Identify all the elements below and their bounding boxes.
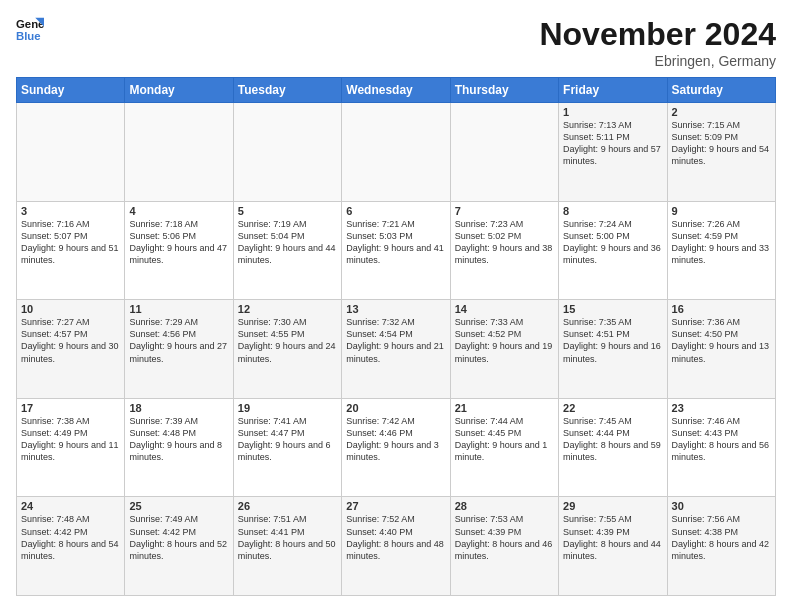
day-number: 24 <box>21 500 120 512</box>
table-row: 26Sunrise: 7:51 AM Sunset: 4:41 PM Dayli… <box>233 497 341 596</box>
day-number: 29 <box>563 500 662 512</box>
table-row: 6Sunrise: 7:21 AM Sunset: 5:03 PM Daylig… <box>342 201 450 300</box>
day-number: 8 <box>563 205 662 217</box>
table-row: 5Sunrise: 7:19 AM Sunset: 5:04 PM Daylig… <box>233 201 341 300</box>
day-info: Sunrise: 7:56 AM Sunset: 4:38 PM Dayligh… <box>672 513 771 562</box>
day-info: Sunrise: 7:53 AM Sunset: 4:39 PM Dayligh… <box>455 513 554 562</box>
day-number: 27 <box>346 500 445 512</box>
day-info: Sunrise: 7:38 AM Sunset: 4:49 PM Dayligh… <box>21 415 120 464</box>
day-number: 10 <box>21 303 120 315</box>
table-row: 23Sunrise: 7:46 AM Sunset: 4:43 PM Dayli… <box>667 398 775 497</box>
table-row: 24Sunrise: 7:48 AM Sunset: 4:42 PM Dayli… <box>17 497 125 596</box>
table-row: 27Sunrise: 7:52 AM Sunset: 4:40 PM Dayli… <box>342 497 450 596</box>
week-row-4: 24Sunrise: 7:48 AM Sunset: 4:42 PM Dayli… <box>17 497 776 596</box>
day-info: Sunrise: 7:26 AM Sunset: 4:59 PM Dayligh… <box>672 218 771 267</box>
logo-icon: General Blue <box>16 16 44 44</box>
day-info: Sunrise: 7:39 AM Sunset: 4:48 PM Dayligh… <box>129 415 228 464</box>
table-row: 2Sunrise: 7:15 AM Sunset: 5:09 PM Daylig… <box>667 103 775 202</box>
table-row <box>233 103 341 202</box>
day-info: Sunrise: 7:30 AM Sunset: 4:55 PM Dayligh… <box>238 316 337 365</box>
table-row: 25Sunrise: 7:49 AM Sunset: 4:42 PM Dayli… <box>125 497 233 596</box>
day-number: 21 <box>455 402 554 414</box>
day-number: 15 <box>563 303 662 315</box>
table-row <box>450 103 558 202</box>
table-row <box>125 103 233 202</box>
table-row: 8Sunrise: 7:24 AM Sunset: 5:00 PM Daylig… <box>559 201 667 300</box>
table-row: 17Sunrise: 7:38 AM Sunset: 4:49 PM Dayli… <box>17 398 125 497</box>
day-number: 2 <box>672 106 771 118</box>
table-row: 14Sunrise: 7:33 AM Sunset: 4:52 PM Dayli… <box>450 300 558 399</box>
table-row: 29Sunrise: 7:55 AM Sunset: 4:39 PM Dayli… <box>559 497 667 596</box>
week-row-3: 17Sunrise: 7:38 AM Sunset: 4:49 PM Dayli… <box>17 398 776 497</box>
col-wednesday: Wednesday <box>342 78 450 103</box>
day-number: 1 <box>563 106 662 118</box>
table-row: 16Sunrise: 7:36 AM Sunset: 4:50 PM Dayli… <box>667 300 775 399</box>
table-row: 30Sunrise: 7:56 AM Sunset: 4:38 PM Dayli… <box>667 497 775 596</box>
day-number: 5 <box>238 205 337 217</box>
title-block: November 2024 Ebringen, Germany <box>539 16 776 69</box>
table-row: 21Sunrise: 7:44 AM Sunset: 4:45 PM Dayli… <box>450 398 558 497</box>
day-info: Sunrise: 7:36 AM Sunset: 4:50 PM Dayligh… <box>672 316 771 365</box>
day-number: 30 <box>672 500 771 512</box>
col-saturday: Saturday <box>667 78 775 103</box>
day-info: Sunrise: 7:13 AM Sunset: 5:11 PM Dayligh… <box>563 119 662 168</box>
table-row: 28Sunrise: 7:53 AM Sunset: 4:39 PM Dayli… <box>450 497 558 596</box>
col-monday: Monday <box>125 78 233 103</box>
day-info: Sunrise: 7:32 AM Sunset: 4:54 PM Dayligh… <box>346 316 445 365</box>
table-row: 12Sunrise: 7:30 AM Sunset: 4:55 PM Dayli… <box>233 300 341 399</box>
day-info: Sunrise: 7:45 AM Sunset: 4:44 PM Dayligh… <box>563 415 662 464</box>
table-row: 22Sunrise: 7:45 AM Sunset: 4:44 PM Dayli… <box>559 398 667 497</box>
table-row: 15Sunrise: 7:35 AM Sunset: 4:51 PM Dayli… <box>559 300 667 399</box>
page: General Blue November 2024 Ebringen, Ger… <box>0 0 792 612</box>
week-row-1: 3Sunrise: 7:16 AM Sunset: 5:07 PM Daylig… <box>17 201 776 300</box>
day-info: Sunrise: 7:49 AM Sunset: 4:42 PM Dayligh… <box>129 513 228 562</box>
day-info: Sunrise: 7:52 AM Sunset: 4:40 PM Dayligh… <box>346 513 445 562</box>
day-info: Sunrise: 7:19 AM Sunset: 5:04 PM Dayligh… <box>238 218 337 267</box>
day-number: 28 <box>455 500 554 512</box>
location: Ebringen, Germany <box>539 53 776 69</box>
table-row <box>342 103 450 202</box>
day-number: 23 <box>672 402 771 414</box>
table-row: 18Sunrise: 7:39 AM Sunset: 4:48 PM Dayli… <box>125 398 233 497</box>
day-number: 12 <box>238 303 337 315</box>
table-row: 20Sunrise: 7:42 AM Sunset: 4:46 PM Dayli… <box>342 398 450 497</box>
calendar-table: Sunday Monday Tuesday Wednesday Thursday… <box>16 77 776 596</box>
day-info: Sunrise: 7:24 AM Sunset: 5:00 PM Dayligh… <box>563 218 662 267</box>
day-number: 20 <box>346 402 445 414</box>
week-row-0: 1Sunrise: 7:13 AM Sunset: 5:11 PM Daylig… <box>17 103 776 202</box>
day-number: 3 <box>21 205 120 217</box>
header: General Blue November 2024 Ebringen, Ger… <box>16 16 776 69</box>
day-info: Sunrise: 7:18 AM Sunset: 5:06 PM Dayligh… <box>129 218 228 267</box>
day-info: Sunrise: 7:27 AM Sunset: 4:57 PM Dayligh… <box>21 316 120 365</box>
logo: General Blue <box>16 16 44 44</box>
table-row: 1Sunrise: 7:13 AM Sunset: 5:11 PM Daylig… <box>559 103 667 202</box>
day-info: Sunrise: 7:33 AM Sunset: 4:52 PM Dayligh… <box>455 316 554 365</box>
day-info: Sunrise: 7:35 AM Sunset: 4:51 PM Dayligh… <box>563 316 662 365</box>
day-number: 7 <box>455 205 554 217</box>
day-number: 19 <box>238 402 337 414</box>
day-info: Sunrise: 7:16 AM Sunset: 5:07 PM Dayligh… <box>21 218 120 267</box>
day-number: 6 <box>346 205 445 217</box>
col-friday: Friday <box>559 78 667 103</box>
day-info: Sunrise: 7:15 AM Sunset: 5:09 PM Dayligh… <box>672 119 771 168</box>
day-info: Sunrise: 7:21 AM Sunset: 5:03 PM Dayligh… <box>346 218 445 267</box>
table-row: 9Sunrise: 7:26 AM Sunset: 4:59 PM Daylig… <box>667 201 775 300</box>
day-number: 22 <box>563 402 662 414</box>
table-row: 11Sunrise: 7:29 AM Sunset: 4:56 PM Dayli… <box>125 300 233 399</box>
day-info: Sunrise: 7:41 AM Sunset: 4:47 PM Dayligh… <box>238 415 337 464</box>
month-title: November 2024 <box>539 16 776 53</box>
day-number: 14 <box>455 303 554 315</box>
col-tuesday: Tuesday <box>233 78 341 103</box>
day-number: 18 <box>129 402 228 414</box>
day-number: 16 <box>672 303 771 315</box>
day-number: 13 <box>346 303 445 315</box>
day-number: 4 <box>129 205 228 217</box>
table-row <box>17 103 125 202</box>
table-row: 19Sunrise: 7:41 AM Sunset: 4:47 PM Dayli… <box>233 398 341 497</box>
calendar-header-row: Sunday Monday Tuesday Wednesday Thursday… <box>17 78 776 103</box>
day-info: Sunrise: 7:44 AM Sunset: 4:45 PM Dayligh… <box>455 415 554 464</box>
day-number: 17 <box>21 402 120 414</box>
day-number: 26 <box>238 500 337 512</box>
col-sunday: Sunday <box>17 78 125 103</box>
day-info: Sunrise: 7:48 AM Sunset: 4:42 PM Dayligh… <box>21 513 120 562</box>
